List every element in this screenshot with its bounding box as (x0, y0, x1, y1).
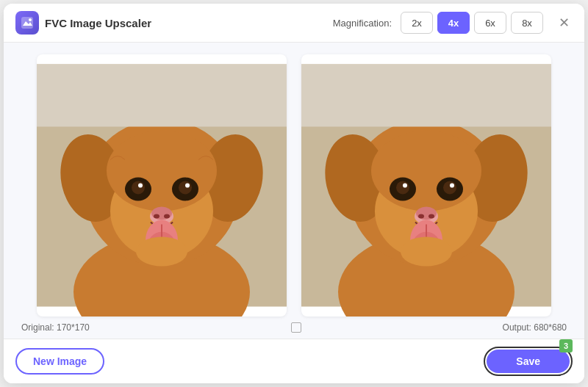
svg-point-1 (29, 18, 32, 21)
svg-point-38 (416, 207, 437, 220)
svg-point-18 (164, 214, 170, 219)
save-badge: 3 (559, 339, 573, 352)
svg-point-30 (371, 131, 481, 211)
compare-icon (291, 322, 301, 333)
original-size-label: Original: 170*170 (21, 322, 90, 333)
close-button[interactable]: ✕ (555, 14, 573, 32)
magnification-buttons: 2x 4x 6x 8x (401, 12, 543, 34)
mag-8x-button[interactable]: 8x (511, 12, 543, 34)
info-bar: Original: 170*170 Output: 680*680 (18, 317, 570, 339)
svg-point-12 (179, 181, 192, 195)
svg-point-36 (450, 184, 454, 188)
svg-rect-45 (301, 65, 551, 127)
new-image-button[interactable]: New Image (15, 348, 104, 375)
original-image-panel (37, 54, 287, 317)
svg-point-22 (136, 237, 187, 267)
svg-point-8 (107, 131, 217, 211)
svg-point-34 (443, 181, 456, 195)
save-button[interactable]: Save (487, 350, 570, 373)
svg-point-14 (185, 184, 190, 188)
svg-point-39 (418, 214, 424, 219)
output-size-label: Output: 680*680 (503, 322, 567, 333)
save-area: 3 Save (484, 347, 573, 376)
svg-point-13 (138, 184, 143, 188)
svg-rect-23 (37, 65, 287, 127)
svg-point-44 (401, 237, 452, 267)
footer: New Image 3 Save (4, 339, 584, 383)
app-window: FVC Image Upscaler Magnification: 2x 4x … (4, 4, 584, 383)
mag-2x-button[interactable]: 2x (401, 12, 433, 34)
content-area: Original: 170*170 Output: 680*680 (4, 43, 584, 339)
svg-point-40 (429, 214, 434, 219)
output-image-panel (301, 54, 551, 317)
images-row (18, 54, 570, 317)
svg-point-16 (151, 207, 172, 220)
center-icon-area (291, 322, 301, 333)
svg-point-11 (132, 181, 145, 195)
app-title: FVC Image Upscaler (45, 17, 151, 29)
svg-point-35 (403, 184, 407, 188)
magnification-label: Magnification: (333, 18, 392, 29)
mag-4x-button[interactable]: 4x (437, 12, 470, 34)
svg-point-17 (154, 214, 159, 219)
mag-6x-button[interactable]: 6x (474, 12, 506, 34)
app-logo (15, 11, 39, 35)
svg-point-33 (396, 181, 409, 195)
titlebar: FVC Image Upscaler Magnification: 2x 4x … (4, 4, 584, 43)
